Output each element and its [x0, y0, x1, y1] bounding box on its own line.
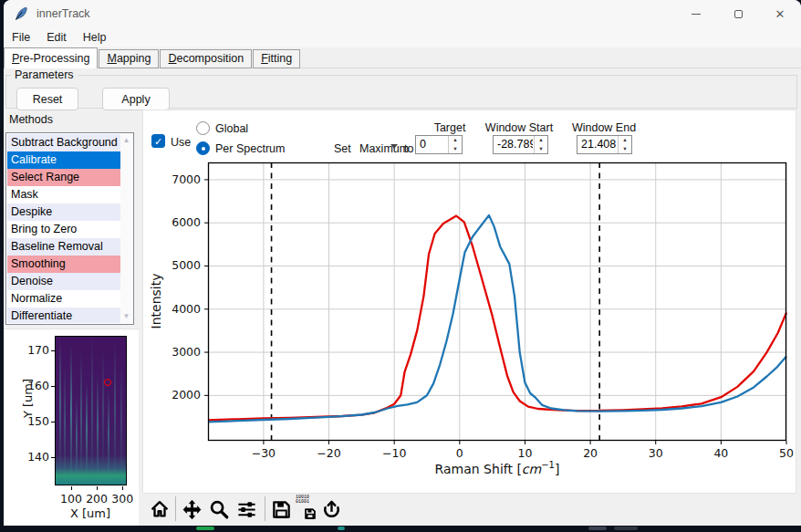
heatmap-streak	[64, 366, 66, 477]
zoom-button[interactable]	[207, 497, 231, 521]
method-item-denoise[interactable]: Denoise	[7, 273, 120, 290]
heatmap-streak	[114, 342, 116, 475]
tab-fitting[interactable]: Fitting	[253, 49, 300, 68]
x-axis-label: Raman Shift [cm−1]	[406, 460, 588, 476]
use-checkbox[interactable]: ✓	[151, 134, 165, 148]
export-icon	[321, 499, 342, 520]
home-icon	[150, 499, 170, 519]
maximize-icon	[734, 10, 743, 18]
close-icon: ✕	[775, 8, 785, 20]
y-axis-label: Intensity	[149, 256, 165, 347]
method-item-mask[interactable]: Mask	[7, 186, 120, 203]
feather-app-icon	[14, 6, 28, 21]
method-item-subtract-background[interactable]: Subtract Background	[7, 134, 120, 151]
mode-combobox[interactable]: Maximum	[359, 142, 409, 155]
minimize-button[interactable]	[675, 0, 717, 27]
pan-icon	[182, 499, 203, 520]
method-item-calibrate[interactable]: Calibrate	[7, 151, 120, 169]
use-label: Use	[171, 136, 191, 149]
binary-text: 1001001001	[296, 495, 309, 505]
scroll-down-icon[interactable]: ▼	[120, 310, 132, 323]
map-x-axis-label: X [um]	[63, 506, 118, 520]
minimize-icon	[692, 14, 701, 15]
per-spectrum-label: Per Spectrum	[215, 142, 285, 155]
window-end-value[interactable]: 21.40818	[581, 138, 617, 151]
close-button[interactable]: ✕	[759, 0, 801, 27]
window-title: innerTrack	[36, 7, 90, 20]
chevron-down-icon[interactable]	[390, 144, 398, 149]
parameters-group-label: Parameters	[11, 68, 78, 81]
scroll-up-icon[interactable]: ▲	[120, 134, 132, 147]
global-radio[interactable]	[196, 121, 210, 135]
method-item-smoothing[interactable]: Smoothing	[7, 256, 120, 273]
heatmap-streak	[76, 396, 78, 477]
configure-subplots-button[interactable]	[234, 497, 258, 521]
spin-down-icon[interactable]: ▼	[449, 145, 462, 154]
tab-mapping[interactable]: Mapping	[99, 49, 159, 68]
export-button[interactable]	[319, 497, 343, 521]
menu-item-help[interactable]: Help	[75, 29, 115, 46]
heatmap-streak	[86, 381, 88, 477]
save-icon	[271, 499, 292, 520]
tab-decomposition[interactable]: Decomposition	[160, 49, 252, 68]
taskbar-accent-gray2	[614, 527, 638, 530]
taskbar-accent-gray1	[588, 527, 607, 530]
method-item-differentiate[interactable]: Differentiate	[7, 308, 120, 323]
heatmap-streak	[97, 374, 99, 477]
home-button[interactable]	[148, 497, 172, 521]
global-label: Global	[215, 122, 248, 135]
magnifier-icon	[209, 499, 230, 520]
titlebar: innerTrack ✕	[4, 0, 801, 27]
window-end-label: Window End	[567, 121, 640, 134]
map-heatmap-canvas[interactable]	[55, 336, 127, 485]
check-icon: ✓	[154, 136, 162, 147]
tab-pre-processing[interactable]: Pre-Processing	[4, 47, 98, 68]
map-y-axis-label: Y [um]	[21, 371, 35, 426]
methods-scrollbar[interactable]: ▲ ▼	[120, 134, 132, 323]
window-start-value[interactable]: -28.7891	[497, 138, 533, 151]
menubar: FileEditHelp	[4, 27, 801, 47]
method-item-select-range[interactable]: Select Range	[7, 169, 120, 186]
target-label: Target	[422, 121, 477, 134]
target-spinbox[interactable]: 0 ▲▼	[415, 135, 463, 154]
tab-bar: Pre-ProcessingMappingDecompositionFittin…	[4, 47, 801, 68]
spin-up-icon[interactable]: ▲	[619, 136, 631, 145]
selected-point-marker	[104, 379, 111, 386]
menu-item-file[interactable]: File	[4, 29, 38, 46]
heatmap-streak	[59, 337, 61, 470]
to-label: to	[404, 142, 413, 155]
menu-item-edit[interactable]: Edit	[38, 29, 75, 46]
sliders-icon	[236, 499, 257, 520]
maximize-button[interactable]	[717, 0, 759, 27]
reset-button[interactable]: Reset	[16, 88, 78, 110]
method-item-normalize[interactable]: Normalize	[7, 290, 120, 308]
toolbar-separator	[265, 496, 265, 521]
spin-down-icon[interactable]: ▼	[535, 145, 547, 154]
window-start-label: Window Start	[483, 121, 556, 134]
save-button[interactable]	[269, 497, 293, 521]
set-label: Set	[334, 142, 351, 155]
method-item-baseline-removal[interactable]: Baseline Removal	[7, 238, 120, 256]
methods-label: Methods	[9, 113, 53, 126]
apply-button[interactable]: Apply	[102, 88, 170, 110]
save-data-button[interactable]: 1001001001	[295, 497, 318, 521]
window-end-spinbox[interactable]: 21.40818 ▲▼	[577, 135, 632, 154]
spin-down-icon[interactable]: ▼	[619, 145, 631, 154]
heatmap-streak	[120, 363, 122, 475]
methods-listbox: Subtract BackgroundCalibrateSelect Range…	[5, 132, 134, 325]
per-spectrum-radio[interactable]	[196, 141, 210, 155]
pan-button[interactable]	[180, 497, 203, 521]
spectrum-plot-canvas[interactable]	[208, 162, 786, 441]
spin-up-icon[interactable]: ▲	[535, 136, 547, 145]
spin-up-icon[interactable]: ▲	[449, 136, 462, 145]
taskbar-accent-green	[196, 527, 214, 530]
save-data-floppy-icon	[304, 507, 317, 520]
heatmap-streak	[80, 351, 82, 477]
method-item-bring-to-zero[interactable]: Bring to Zero	[7, 221, 120, 238]
window-start-spinbox[interactable]: -28.7891 ▲▼	[493, 135, 548, 154]
heatmap-streak	[102, 349, 104, 467]
target-value[interactable]: 0	[420, 138, 447, 151]
heatmap-streak	[108, 389, 109, 477]
method-item-despike[interactable]: Despike	[7, 203, 120, 221]
heatmap-streak	[70, 344, 72, 480]
